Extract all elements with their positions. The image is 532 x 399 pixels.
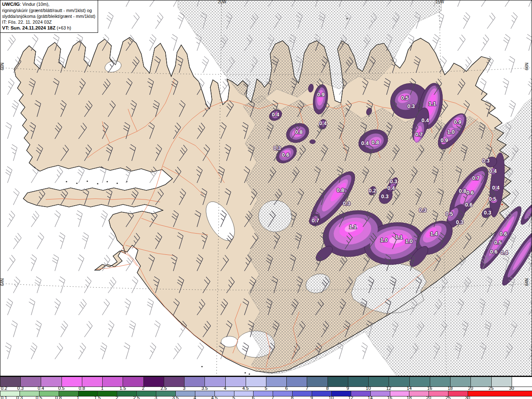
legend-tick-label: 6 [285, 386, 288, 391]
precip-value-label: 1.1 [395, 234, 403, 240]
legend-tick-label: 0.5 [36, 396, 42, 399]
legend-cell [328, 377, 348, 387]
precip-value-label: 0.3 [343, 200, 350, 207]
legend-tick-label: 20 [426, 396, 431, 399]
islet [116, 182, 118, 184]
legend-tick-label: 2.5 [133, 396, 139, 399]
legend-tick-label: 8 [291, 396, 293, 399]
precip-value-label: 0.4 [489, 168, 497, 174]
precip-value-label: 0.3 [419, 207, 426, 213]
precip-value-label: 1.0 [447, 129, 455, 135]
islet [86, 180, 88, 182]
meridian-label: 15W [436, 0, 444, 4]
legend-cell [512, 377, 532, 387]
legend-tick-label: 3.5 [202, 386, 208, 391]
precip-value-label: 0.9 [317, 91, 325, 98]
legend-tick-label: 0.5 [58, 386, 64, 391]
legend-cell [450, 377, 470, 387]
legend-tick-label: 0.3 [17, 386, 24, 391]
legend-cell [286, 377, 307, 387]
precip-value-label: 0.3 [484, 209, 491, 216]
title-line-1: UWC/IG: Vindur (10m), [2, 1, 95, 7]
legend-ticks-sleet-snow: 0.20.30.40.50.811.522.533.544.5567891012… [0, 386, 532, 391]
legend-tick-label: 0.2 [1, 386, 7, 391]
precip-value-label: 0.3 [456, 219, 463, 225]
precip-value-label: 0.8 [459, 188, 466, 194]
legend-cell [102, 377, 123, 387]
legend-tick-label: 16 [387, 396, 392, 399]
legend-tick-label: 1 [101, 386, 103, 391]
precip-value-label: 0.4 [500, 249, 508, 256]
legend-tick-label: 9 [310, 396, 313, 399]
legend-tick-label: 4 [224, 386, 226, 391]
valid-time: VT: Sun. 24.11.2024 18Z (+63 h) [2, 25, 95, 31]
legend-tick-label: 2.5 [160, 386, 167, 391]
precip-value-label: 0.5 [446, 211, 453, 217]
precip-value-label: 1.0 [405, 238, 413, 244]
precip-value-label: 0.4 [492, 185, 500, 191]
legend-bar-sleet-snow [0, 377, 532, 387]
legend-tick-label: 0.3 [16, 396, 22, 399]
islet [201, 366, 202, 367]
legend-tick-label: 4.5 [211, 396, 217, 399]
legend-tick-label: 3 [183, 386, 185, 391]
title-line-2: rigning/skúrir (grænt/blátt/rautt - mm/1… [2, 7, 95, 13]
town-dot [501, 204, 503, 205]
parallel-label: 64N [0, 278, 5, 286]
legend-cell [225, 377, 246, 387]
legend-tick-label: 14 [368, 396, 373, 399]
legend-tick-label: 5 [265, 386, 267, 391]
parallel-label: 64N [525, 278, 529, 286]
parallel-label: 66N [525, 63, 529, 70]
legend-cell [82, 377, 102, 387]
legend-tick-label: 6 [252, 396, 254, 399]
legend-cell [307, 377, 327, 387]
legend-tick-label: 25 [446, 396, 451, 399]
legend-cell [62, 377, 82, 387]
islet [66, 181, 67, 182]
islet [76, 182, 77, 184]
precip-value-label: 0.7 [472, 175, 480, 181]
legend-tick-label: 0.1 [1, 396, 7, 399]
legend-cell [123, 377, 143, 387]
legend-tick-label: 30 [465, 396, 470, 399]
model-id: UWC/IG [2, 2, 20, 7]
legend-cell [20, 377, 41, 387]
legend-tick-label: 1.5 [120, 386, 126, 391]
precip-value-label: 0.4 [361, 140, 369, 146]
precip-value-label: 0.8 [337, 187, 344, 193]
precip-value-label: 1.4 [430, 231, 438, 237]
legend-cell [143, 377, 164, 387]
precip-value-label: 0.4 [387, 185, 395, 191]
islet [346, 18, 347, 19]
islet [106, 181, 108, 182]
legend-tick-label: 0.4 [38, 386, 44, 391]
legend-tick-label: 0.8 [79, 386, 85, 391]
legend-tick-label: 12 [386, 386, 391, 391]
precipitation-legend: 0.20.30.40.50.811.522.533.544.5567891012… [0, 376, 532, 399]
legend-tick-label: 2 [116, 396, 118, 399]
legend-cell [0, 377, 20, 387]
legend-tick-label: 8 [326, 386, 329, 391]
precip-value-label: 0.3 [407, 103, 415, 109]
islet [244, 372, 246, 373]
precip-value-label: 0.8 [295, 129, 303, 135]
legend-tick-label: 0.8 [55, 396, 62, 399]
legend-tick-label: 7 [305, 386, 308, 391]
title-box: UWC/IG: Vindur (10m), rigning/skúrir (gr… [0, 0, 98, 33]
legend-tick-label: 7 [271, 396, 274, 399]
precip-value-label: 0.7 [415, 131, 423, 138]
legend-tick-label: 5 [232, 396, 235, 399]
legend-tick-label: 9 [347, 386, 349, 391]
weather-forecast-map: 20W15W66N66N64N64N0.90.50.31.10.40.70.91… [0, 0, 532, 399]
precip-value-label: 0.2 [369, 187, 376, 194]
precip-value-label: 1.1 [349, 224, 357, 230]
legend-cell [246, 377, 266, 387]
precip-value-label: 0.3 [390, 178, 397, 185]
precip-value-label: 0.4 [272, 111, 280, 118]
precip-value-label: 0.5 [494, 239, 502, 246]
legend-tick-label: 1 [76, 396, 79, 399]
legend-cell [470, 377, 491, 387]
islet [97, 183, 98, 184]
precip-value-label: 0.6 [466, 190, 474, 196]
